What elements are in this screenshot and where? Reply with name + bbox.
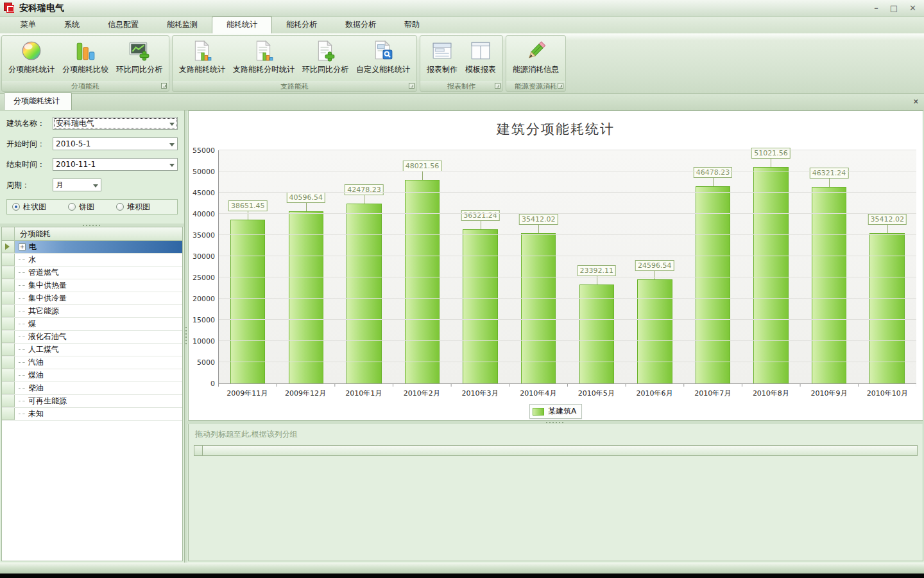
combo-field-1[interactable]: 安科瑞电气 [53, 117, 178, 130]
tree-row[interactable]: 人工煤气 [2, 344, 182, 356]
chevron-down-icon[interactable] [169, 164, 175, 167]
tree-item[interactable]: 液化石油气 [15, 331, 182, 343]
row-indicator [2, 318, 15, 330]
menu-tab-7[interactable]: 数据分析 [331, 17, 390, 33]
menu-tab-3[interactable]: 信息配置 [94, 17, 153, 33]
tree-row[interactable]: 汽油 [2, 356, 182, 369]
dialog-launcher-icon[interactable] [495, 83, 501, 89]
dialog-launcher-icon[interactable] [558, 83, 563, 89]
bar[interactable] [637, 279, 672, 383]
doc-bars-icon [191, 40, 213, 62]
tree-row[interactable]: 未知 [2, 408, 182, 421]
bar[interactable] [812, 187, 846, 383]
ribbon-button[interactable]: 环比同比分析 [298, 37, 352, 81]
radio-option[interactable]: 饼图 [68, 202, 94, 213]
tree-item[interactable]: 集中供冷量 [15, 292, 182, 304]
empty-grid-header[interactable] [194, 445, 918, 456]
legend-series-name: 某建筑A [548, 406, 576, 417]
expand-icon[interactable]: + [19, 243, 26, 250]
chevron-down-icon[interactable] [93, 184, 98, 188]
combo-field-2[interactable]: 2010-5-1 [53, 137, 178, 150]
chevron-down-icon[interactable] [169, 123, 175, 126]
tree-item[interactable]: 未知 [15, 408, 182, 420]
bar[interactable] [579, 285, 614, 383]
ribbon-button[interactable]: 模板报表 [461, 37, 500, 81]
ribbon-group-label: 分项能耗 [71, 82, 99, 91]
ribbon-button[interactable]: 分项能耗比较 [58, 37, 112, 81]
tree-item[interactable]: 水 [15, 254, 182, 266]
tree-item[interactable]: +电 [15, 241, 182, 253]
ribbon-button[interactable]: 环比同比分析 [112, 37, 166, 81]
radio-selected[interactable]: 柱状图 [12, 202, 46, 213]
menu-tab-2[interactable]: 系统 [50, 17, 94, 33]
bar[interactable] [696, 186, 730, 383]
tree-row[interactable]: 煤油 [2, 369, 182, 382]
tree-header-label: 分项能耗 [15, 227, 182, 240]
dialog-launcher-icon[interactable] [409, 83, 415, 89]
bar[interactable] [346, 204, 381, 383]
combo-field-3[interactable]: 2010-11-1 [53, 158, 178, 171]
tree-item[interactable]: 可再生能源 [15, 395, 182, 407]
ribbon-button[interactable]: 分项能耗统计 [4, 37, 58, 81]
tab-close-icon[interactable]: ✕ [913, 98, 919, 106]
label-connector [481, 221, 481, 229]
tree-row[interactable]: 柴油 [2, 382, 182, 395]
menu-tab-4[interactable]: 能耗监测 [153, 17, 212, 33]
tree-connector [19, 375, 25, 376]
restore-button[interactable]: □ [890, 4, 898, 12]
bar[interactable] [753, 167, 788, 383]
tree-row[interactable]: 其它能源 [2, 305, 182, 318]
tree-row[interactable]: +电 [2, 241, 182, 254]
minimize-button[interactable]: – [874, 4, 878, 12]
x-axis-label: 2010年6月 [626, 389, 684, 399]
tree-row[interactable]: 可再生能源 [2, 395, 182, 408]
menu-tab-8[interactable]: 帮助 [390, 17, 434, 33]
bar[interactable] [463, 229, 497, 383]
tree-item[interactable]: 煤油 [15, 369, 182, 381]
gridline [219, 362, 916, 362]
tree-row[interactable]: 集中供冷量 [2, 292, 182, 305]
tree-row[interactable]: 管道燃气 [2, 267, 182, 279]
ribbon-button[interactable]: 支路能耗分时统计 [229, 37, 298, 81]
gridline [219, 234, 916, 235]
ribbon-button[interactable]: 自定义能耗统计 [352, 37, 414, 81]
bar-slot: 36321.24 [451, 150, 509, 383]
tree-item[interactable]: 柴油 [15, 382, 182, 394]
x-axis-label: 2010年2月 [393, 389, 451, 399]
combo-value: 2010-5-1 [56, 139, 90, 148]
y-tick-label: 20000 [193, 295, 215, 303]
tree-row[interactable]: 煤 [2, 318, 182, 331]
tree-item[interactable]: 其它能源 [15, 305, 182, 317]
tree-row[interactable]: 集中供热量 [2, 279, 182, 292]
tree-item[interactable]: 管道燃气 [15, 267, 182, 279]
row-indicator [2, 356, 15, 369]
combo-field-4[interactable]: 月 [53, 179, 101, 191]
ribbon-button[interactable]: 报表制作 [423, 37, 461, 81]
ribbon-group-2: 支路能耗统计支路能耗分时统计环比同比分析自定义能耗统计支路能耗 [172, 35, 417, 92]
document-tab-active[interactable]: 分项能耗统计 [4, 92, 72, 110]
menu-tab-6[interactable]: 能耗分析 [272, 17, 331, 33]
ribbon-button-label: 模板报表 [465, 64, 496, 75]
query-form: 建筑名称：安科瑞电气开始时间：2010-5-1结束时间：2010-11-1周期：… [0, 110, 184, 223]
dialog-launcher-icon[interactable] [161, 83, 167, 89]
menu-tab-5[interactable]: 能耗统计 [212, 16, 272, 33]
tree-item[interactable]: 人工煤气 [15, 344, 182, 356]
chevron-down-icon[interactable] [169, 143, 175, 146]
vertical-splitter[interactable] [185, 110, 187, 563]
ribbon-group-footer: 支路能耗 [173, 81, 416, 91]
tree-row[interactable]: 液化石油气 [2, 331, 182, 344]
bar[interactable] [405, 180, 440, 383]
tree-item[interactable]: 汽油 [15, 356, 182, 369]
radio-option[interactable]: 堆积图 [116, 202, 150, 213]
tree-row[interactable]: 水 [2, 254, 182, 267]
bars-icon [74, 40, 96, 62]
ribbon-button[interactable]: 支路能耗统计 [175, 37, 229, 81]
tree-item[interactable]: 煤 [15, 318, 182, 330]
radio-dot-icon [12, 203, 20, 211]
tree-item[interactable]: 集中供热量 [15, 279, 182, 292]
menu-tab-1[interactable]: 菜单 [6, 17, 50, 33]
bar[interactable] [230, 220, 265, 383]
ribbon-button[interactable]: 能源消耗信息 [509, 37, 563, 81]
close-button[interactable]: ✕ [909, 4, 916, 12]
bar-slot: 46478.23 [684, 150, 742, 383]
